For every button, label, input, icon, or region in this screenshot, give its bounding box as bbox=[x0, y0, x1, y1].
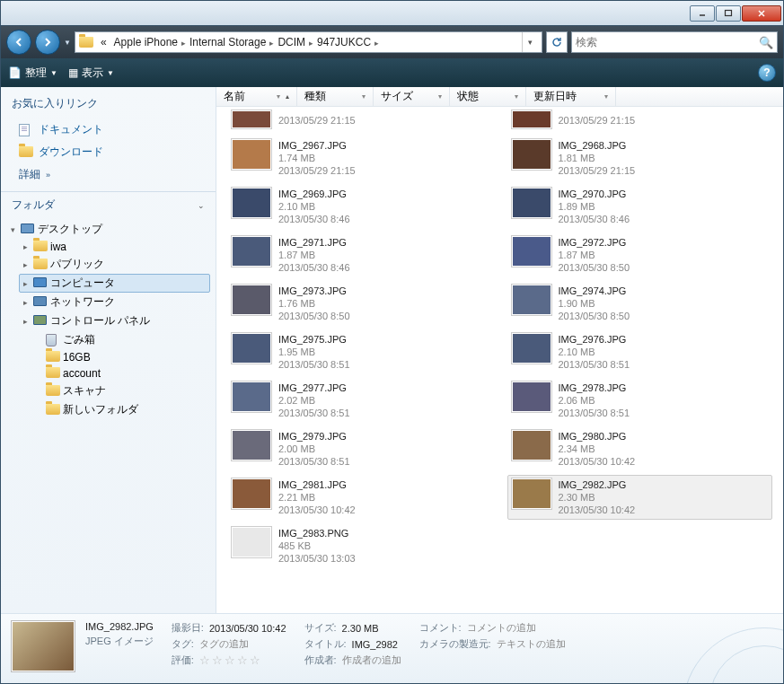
address-bar[interactable]: « Apple iPhone▸Internal Storage▸DCIM▸947… bbox=[75, 31, 542, 53]
file-date: 2013/05/30 13:03 bbox=[278, 552, 356, 565]
command-bar: 📄 整理 ▼ ▦ 表示 ▼ ? bbox=[1, 58, 783, 87]
tree-toggle-icon[interactable]: ▸ bbox=[21, 298, 31, 307]
file-item[interactable]: IMG_2982.JPG 2.30 MB 2013/05/30 10:42 bbox=[507, 475, 773, 520]
tree-item[interactable]: ▾デスクトップ bbox=[6, 220, 210, 239]
file-item[interactable]: IMG_2980.JPG 2.34 MB 2013/05/30 10:42 bbox=[507, 426, 773, 471]
tree-item[interactable]: ▸パブリック bbox=[19, 255, 210, 274]
file-item[interactable]: IMG_2978.JPG 2.06 MB 2013/05/30 8:51 bbox=[507, 378, 773, 423]
file-info: IMG_2972.JPG 1.87 MB 2013/05/30 8:50 bbox=[559, 236, 630, 274]
column-header[interactable]: 更新日時▾ bbox=[526, 87, 616, 106]
column-header[interactable]: 状態▾ bbox=[450, 87, 526, 106]
tree-toggle-icon[interactable]: ▸ bbox=[21, 279, 31, 288]
camera-value[interactable]: テキストの追加 bbox=[497, 637, 566, 651]
crumb-prefix[interactable]: « bbox=[97, 34, 110, 50]
file-name: IMG_2968.JPG bbox=[559, 139, 636, 152]
breadcrumb-item[interactable]: DCIM bbox=[274, 34, 309, 50]
tree-toggle-icon[interactable]: ▸ bbox=[21, 260, 31, 269]
file-thumbnail bbox=[232, 110, 271, 128]
file-date: 2013/05/30 10:42 bbox=[559, 455, 636, 468]
file-item[interactable]: 2013/05/29 21:15 bbox=[227, 110, 493, 132]
back-button[interactable] bbox=[6, 30, 31, 55]
organize-icon: 📄 bbox=[8, 66, 22, 79]
file-item[interactable]: IMG_2983.PNG 485 KB 2013/05/30 13:03 bbox=[227, 523, 493, 568]
organize-menu[interactable]: 📄 整理 ▼ bbox=[8, 66, 57, 81]
file-date: 2013/05/30 8:51 bbox=[278, 358, 350, 371]
file-item[interactable]: IMG_2974.JPG 1.90 MB 2013/05/30 8:50 bbox=[507, 281, 773, 326]
rating-stars[interactable]: ☆☆☆☆☆ bbox=[199, 653, 262, 667]
address-dropdown-icon[interactable]: ▾ bbox=[522, 32, 538, 52]
view-menu[interactable]: ▦ 表示 ▼ bbox=[68, 66, 114, 81]
tree-toggle-icon[interactable]: ▸ bbox=[21, 242, 31, 251]
comment-label: コメント: bbox=[419, 621, 462, 635]
refresh-button[interactable] bbox=[546, 31, 568, 53]
view-label: 表示 bbox=[82, 66, 103, 81]
column-header[interactable]: サイズ▾ bbox=[374, 87, 450, 106]
file-item[interactable]: 2013/05/29 21:15 bbox=[507, 110, 773, 132]
file-item[interactable]: IMG_2979.JPG 2.00 MB 2013/05/30 8:51 bbox=[227, 426, 493, 471]
favorite-link[interactable]: ドキュメント bbox=[12, 118, 205, 141]
column-split-icon[interactable]: ▾ bbox=[362, 92, 366, 101]
column-split-icon[interactable]: ▾ bbox=[438, 92, 442, 101]
file-item[interactable]: IMG_2967.JPG 1.74 MB 2013/05/29 21:15 bbox=[227, 136, 493, 180]
file-item[interactable]: IMG_2971.JPG 1.87 MB 2013/05/30 8:46 bbox=[227, 232, 493, 277]
file-date: 2013/05/30 8:46 bbox=[278, 261, 350, 274]
tree-item[interactable]: ▸iwa bbox=[19, 239, 210, 255]
more-label: 詳細 bbox=[19, 167, 40, 182]
tree-item[interactable]: account bbox=[31, 365, 210, 381]
comment-value[interactable]: コメントの追加 bbox=[467, 621, 536, 635]
content-body: お気に入りリンク ドキュメントダウンロード 詳細 » フォルダ ⌄ ▾デスクトッ… bbox=[1, 87, 783, 613]
file-name: IMG_2972.JPG bbox=[559, 236, 630, 249]
search-box[interactable]: 🔍 bbox=[571, 31, 778, 53]
breadcrumb-item[interactable]: Internal Storage bbox=[186, 34, 269, 50]
help-button[interactable]: ? bbox=[758, 64, 776, 82]
tree-toggle-icon[interactable]: ▸ bbox=[21, 317, 31, 326]
minimize-button[interactable] bbox=[690, 5, 715, 22]
tree-item[interactable]: 新しいフォルダ bbox=[31, 400, 210, 419]
breadcrumb-item[interactable]: 947JUKCC bbox=[313, 34, 374, 50]
file-item[interactable]: IMG_2968.JPG 1.81 MB 2013/05/29 21:15 bbox=[507, 136, 773, 180]
favorites-more[interactable]: 詳細 » bbox=[12, 163, 205, 186]
chevron-right-icon[interactable]: ▸ bbox=[374, 39, 379, 48]
forward-button[interactable] bbox=[35, 30, 60, 55]
file-item[interactable]: IMG_2975.JPG 1.95 MB 2013/05/30 8:51 bbox=[227, 329, 493, 374]
tree-item[interactable]: ▸ネットワーク bbox=[19, 293, 210, 311]
file-item[interactable]: IMG_2977.JPG 2.02 MB 2013/05/30 8:51 bbox=[227, 378, 493, 423]
column-split-icon[interactable]: ▾ bbox=[604, 92, 608, 101]
tags-value[interactable]: タグの追加 bbox=[199, 637, 249, 651]
tree-item-icon bbox=[46, 404, 60, 417]
tree-item[interactable]: スキャナ bbox=[31, 381, 210, 400]
file-item[interactable]: IMG_2972.JPG 1.87 MB 2013/05/30 8:50 bbox=[507, 232, 773, 277]
search-icon[interactable]: 🔍 bbox=[759, 36, 773, 49]
file-info: IMG_2975.JPG 1.95 MB 2013/05/30 8:51 bbox=[278, 333, 350, 371]
folders-header[interactable]: フォルダ ⌄ bbox=[1, 191, 216, 216]
author-value[interactable]: 作成者の追加 bbox=[342, 653, 401, 667]
favorite-link[interactable]: ダウンロード bbox=[12, 141, 205, 163]
file-item[interactable]: IMG_2970.JPG 1.89 MB 2013/05/30 8:46 bbox=[507, 184, 773, 229]
file-item[interactable]: IMG_2981.JPG 2.21 MB 2013/05/30 10:42 bbox=[227, 475, 493, 520]
file-item[interactable]: IMG_2969.JPG 2.10 MB 2013/05/30 8:46 bbox=[227, 184, 493, 229]
tree-item[interactable]: ごみ箱 bbox=[31, 330, 210, 349]
tree-toggle-icon[interactable]: ▾ bbox=[8, 225, 18, 234]
file-date: 2013/05/30 8:46 bbox=[278, 213, 350, 225]
file-date: 2013/05/29 21:15 bbox=[278, 114, 356, 127]
column-split-icon[interactable]: ▾ bbox=[277, 92, 280, 101]
file-item[interactable]: IMG_2976.JPG 2.10 MB 2013/05/30 8:51 bbox=[507, 329, 773, 374]
file-name: IMG_2970.JPG bbox=[559, 188, 630, 200]
file-grid[interactable]: 2013/05/29 21:15 IMG_2967.JPG 1.74 MB 20… bbox=[216, 107, 783, 613]
close-button[interactable] bbox=[742, 5, 781, 22]
tree-item[interactable]: ▸コントロール パネル bbox=[19, 311, 210, 330]
recent-dropdown-icon[interactable]: ▼ bbox=[64, 39, 71, 47]
column-header[interactable]: 種類▾ bbox=[297, 87, 374, 106]
maximize-button[interactable] bbox=[716, 5, 741, 22]
file-thumbnail bbox=[232, 236, 271, 267]
column-header[interactable]: 名前▾ bbox=[216, 87, 297, 106]
search-input[interactable] bbox=[576, 36, 759, 48]
file-info: IMG_2973.JPG 1.76 MB 2013/05/30 8:50 bbox=[278, 285, 350, 322]
tree-item[interactable]: ▸コンピュータ bbox=[19, 274, 210, 293]
chevron-down-icon: ▼ bbox=[107, 69, 114, 77]
breadcrumb-item[interactable]: Apple iPhone bbox=[110, 34, 181, 50]
column-split-icon[interactable]: ▾ bbox=[515, 92, 518, 101]
file-item[interactable]: IMG_2973.JPG 1.76 MB 2013/05/30 8:50 bbox=[227, 281, 493, 326]
tree-item[interactable]: 16GB bbox=[31, 349, 210, 365]
file-thumbnail bbox=[232, 333, 271, 364]
